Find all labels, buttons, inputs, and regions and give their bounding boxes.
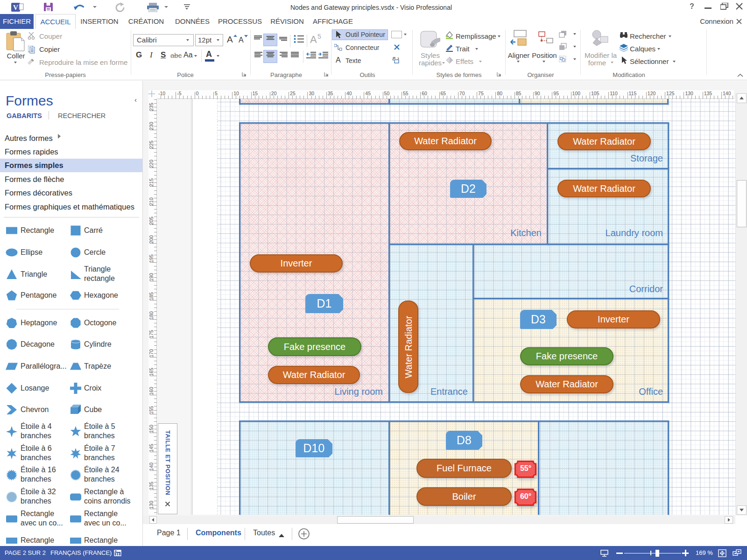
svg-text:V: V xyxy=(13,4,18,11)
